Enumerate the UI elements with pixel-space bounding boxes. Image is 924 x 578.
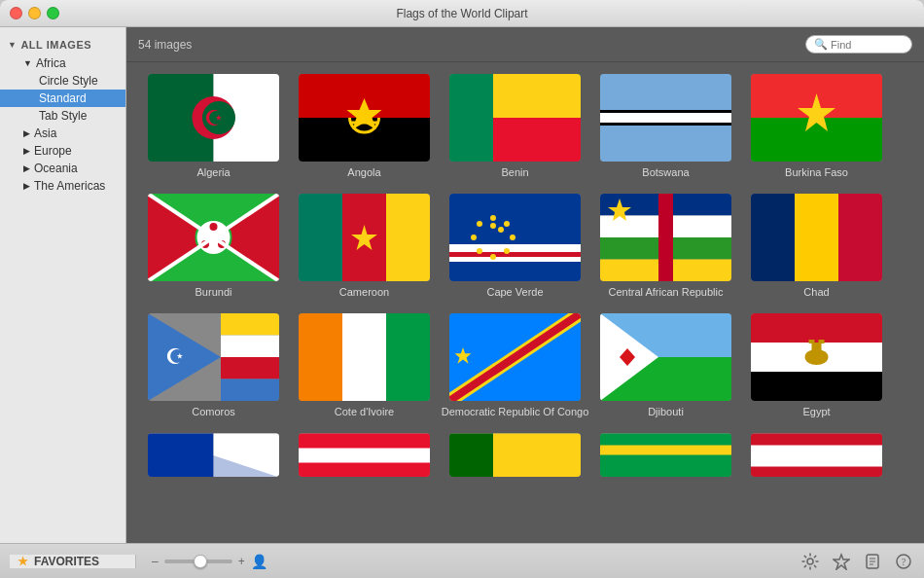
flag-item-benin[interactable]: Benin — [440, 74, 590, 178]
flag-item-drc[interactable]: Democratic Republic Of Congo — [440, 313, 590, 417]
flag-partial-2 — [299, 433, 430, 477]
content-header: 54 images 🔍 — [126, 27, 924, 62]
sidebar-item-circle-style[interactable]: Circle Style — [0, 72, 125, 90]
svg-text:☪: ☪ — [204, 106, 224, 130]
svg-rect-74 — [751, 372, 882, 401]
flag-partial-1 — [148, 433, 279, 477]
flag-item-partial-2[interactable] — [289, 433, 440, 477]
flag-cameroon — [299, 194, 430, 281]
svg-rect-86 — [600, 433, 731, 477]
person-icon: 👤 — [251, 554, 267, 569]
svg-rect-53 — [795, 194, 838, 281]
star-button[interactable] — [831, 551, 852, 572]
sidebar-all-images[interactable]: ▼ ALL IMAGES — [0, 35, 125, 54]
window-controls[interactable] — [10, 7, 59, 19]
search-box[interactable]: 🔍 — [805, 35, 912, 54]
flag-item-partial-3[interactable] — [440, 433, 590, 477]
svg-point-36 — [490, 215, 496, 221]
flag-item-comoros[interactable]: ☪ Comoros — [138, 313, 289, 417]
svg-text:☪: ☪ — [165, 344, 185, 369]
flag-item-partial-5[interactable] — [741, 433, 892, 477]
svg-rect-13 — [600, 113, 731, 123]
favorites-label: FAVORITES — [34, 555, 99, 568]
sidebar-item-standard[interactable]: Standard — [0, 90, 125, 107]
flag-partial-5 — [751, 433, 882, 477]
search-input[interactable] — [831, 39, 908, 51]
script-button[interactable] — [862, 551, 883, 572]
svg-rect-77 — [809, 340, 815, 343]
flag-item-egypt[interactable]: Egypt — [741, 313, 892, 417]
flag-label-cote-divoire: Cote d'Ivoire — [335, 406, 394, 417]
europe-arrow: ▶ — [23, 146, 30, 156]
svg-rect-89 — [751, 445, 882, 466]
flag-algeria: ☪ — [148, 74, 279, 162]
svg-rect-35 — [449, 257, 581, 262]
flag-drc — [449, 313, 581, 401]
sidebar-asia-label: Asia — [34, 126, 56, 140]
sidebar-item-tab-style[interactable]: Tab Style — [0, 107, 125, 125]
zoom-thumb[interactable] — [194, 555, 207, 568]
svg-point-39 — [504, 248, 510, 254]
sidebar-item-the-americas[interactable]: ▶ The Americas — [0, 177, 125, 195]
sidebar-item-oceania[interactable]: ▶ Oceania — [0, 160, 125, 177]
sidebar-item-asia[interactable]: ▶ Asia — [0, 125, 125, 142]
flag-item-cameroon[interactable]: Cameroon — [289, 194, 440, 298]
zoom-slider[interactable] — [164, 560, 232, 563]
flag-item-angola[interactable]: Angola — [289, 74, 440, 178]
flag-burundi — [148, 194, 279, 281]
maximize-button[interactable] — [47, 7, 59, 19]
flag-djibouti — [600, 313, 731, 401]
oceania-arrow: ▶ — [23, 163, 30, 173]
flag-item-partial-1[interactable] — [138, 433, 289, 477]
all-images-arrow: ▼ — [8, 40, 17, 50]
zoom-controls: – + 👤 — [152, 554, 267, 569]
svg-rect-10 — [493, 118, 581, 162]
svg-point-44 — [490, 223, 496, 229]
sidebar-europe-label: Europe — [34, 144, 72, 158]
flag-label-chad: Chad — [803, 286, 829, 298]
svg-point-42 — [471, 235, 477, 240]
bottom-bar: ★ FAVORITES – + 👤 — [0, 543, 924, 578]
flag-item-cote-divoire[interactable]: Cote d'Ivoire — [289, 313, 440, 417]
search-icon: 🔍 — [814, 38, 828, 51]
svg-rect-59 — [221, 379, 279, 402]
flag-grid: ☪ Algeria Angola Benin — [126, 62, 924, 504]
flag-item-cape-verde[interactable]: Cape Verde — [440, 194, 590, 298]
svg-point-43 — [477, 221, 482, 227]
flag-label-cameroon: Cameroon — [339, 286, 389, 298]
flag-item-djibouti[interactable]: Djibouti — [590, 313, 741, 417]
tab-style-label: Tab Style — [39, 109, 87, 123]
svg-point-23 — [210, 223, 218, 231]
flag-item-algeria[interactable]: ☪ Algeria — [138, 74, 289, 178]
svg-rect-72 — [751, 313, 882, 343]
flag-label-djibouti: Djibouti — [648, 406, 684, 417]
flag-item-car[interactable]: Central African Republic — [590, 194, 741, 298]
flag-item-burundi[interactable]: Burundi — [138, 194, 289, 298]
minimize-button[interactable] — [28, 7, 41, 19]
svg-rect-57 — [221, 336, 279, 358]
flag-item-botswana[interactable]: Botswana — [590, 74, 741, 178]
flag-egypt — [751, 313, 882, 401]
svg-rect-50 — [658, 194, 673, 281]
svg-rect-85 — [493, 433, 581, 477]
help-button[interactable]: ? — [893, 551, 914, 572]
svg-rect-54 — [838, 194, 882, 281]
svg-rect-84 — [449, 433, 493, 477]
flag-item-burkina-faso[interactable]: Burkina Faso — [741, 74, 892, 178]
flag-label-botswana: Botswana — [642, 166, 689, 178]
svg-rect-78 — [819, 340, 825, 343]
svg-point-37 — [504, 221, 510, 227]
all-images-label: ALL IMAGES — [20, 39, 91, 51]
close-button[interactable] — [10, 7, 22, 19]
flag-item-chad[interactable]: Chad — [741, 194, 892, 298]
standard-label: Standard — [39, 91, 87, 105]
favorites-section: ★ FAVORITES — [10, 555, 136, 568]
zoom-max-icon: + — [238, 555, 245, 568]
sidebar-item-africa[interactable]: ▼ Africa — [0, 54, 125, 72]
gear-button[interactable] — [800, 551, 821, 572]
svg-rect-6 — [299, 118, 430, 162]
flag-item-partial-4[interactable] — [590, 433, 741, 477]
flag-cape-verde — [449, 194, 581, 281]
sidebar-item-europe[interactable]: ▶ Europe — [0, 142, 125, 160]
flag-partial-3 — [449, 433, 581, 477]
